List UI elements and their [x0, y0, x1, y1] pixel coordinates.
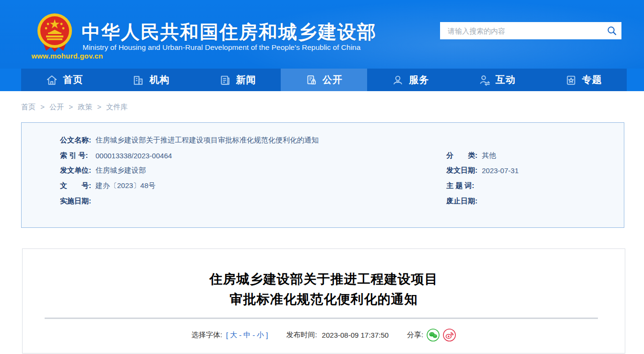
main-nav: 首页 机构 新闻	[21, 69, 627, 91]
nav-item-label: 互动	[496, 73, 516, 86]
breadcrumb-separator: >	[69, 103, 73, 111]
site-title-english: Ministry of Housing and Urban-Rural Deve…	[83, 43, 360, 52]
font-size-medium-link[interactable]: 中	[243, 330, 250, 340]
nav-item-topics[interactable]: 专题	[540, 69, 627, 91]
doc-info-right-column: 分 类: 其他 发文日期: 2023-07-31 主 题 词: 废止日期:	[446, 148, 519, 209]
breadcrumb-separator: >	[40, 103, 45, 111]
wechat-icon	[427, 329, 440, 342]
article-title-line1: 住房城乡建设部关于推进工程建设项目	[210, 272, 438, 286]
breadcrumb-separator: >	[97, 103, 101, 111]
nav-item-label: 首页	[63, 73, 83, 86]
breadcrumb-policy[interactable]: 政策	[78, 103, 92, 111]
doc-field-issuing-unit: 发文单位: 住房城乡建设部	[60, 163, 319, 178]
interaction-icon	[478, 74, 491, 86]
nav-item-label: 机构	[149, 73, 169, 86]
doc-field-issue-date: 发文日期: 2023-07-31	[446, 163, 519, 178]
search-icon	[607, 25, 617, 36]
bracket-open: [	[226, 331, 228, 339]
disclosure-icon	[305, 74, 318, 86]
nav-row: 首页 机构 新闻	[0, 69, 644, 91]
weibo-icon	[443, 329, 456, 342]
publish-time-group: 发布时间: 2023-08-09 17:37:50	[286, 330, 388, 340]
doc-field-label: 主 题 词:	[446, 181, 482, 190]
doc-field-label: 发文单位:	[60, 166, 95, 175]
share-group: 分享:	[407, 329, 456, 342]
news-icon	[219, 74, 231, 86]
nav-item-label: 服务	[409, 73, 429, 86]
article-divider	[45, 318, 598, 319]
national-emblem-logo	[34, 12, 76, 54]
search-button[interactable]	[602, 22, 621, 39]
share-label: 分享:	[407, 330, 423, 340]
nav-item-service[interactable]: 服务	[367, 69, 453, 91]
doc-field-label: 文 号:	[60, 181, 95, 190]
site-title-chinese: 中华人民共和国住房和城乡建设部	[82, 19, 377, 45]
search-input[interactable]	[447, 26, 602, 35]
doc-field-label: 实施日期:	[60, 197, 95, 206]
doc-field-label: 公文名称:	[60, 136, 95, 145]
doc-field-label: 索 引 号:	[60, 151, 95, 160]
nav-item-organization[interactable]: 机构	[107, 69, 194, 91]
topics-icon	[565, 74, 577, 86]
bracket-close: ]	[266, 331, 268, 339]
nav-item-label: 专题	[582, 73, 602, 86]
breadcrumb-library[interactable]: 文件库	[106, 103, 128, 111]
search-box	[440, 22, 621, 39]
organization-icon	[132, 74, 144, 86]
doc-field-value: 建办〔2023〕48号	[95, 181, 155, 190]
nav-item-interaction[interactable]: 互动	[453, 69, 540, 91]
nav-item-news[interactable]: 新闻	[194, 69, 281, 91]
doc-field-value: 2023-07-31	[482, 166, 519, 175]
doc-field-index-number: 索 引 号: 000013338/2023-00464	[60, 148, 319, 164]
publish-time-value: 2023-08-09 17:37:50	[322, 331, 389, 339]
doc-field-value: 000013338/2023-00464	[95, 152, 172, 160]
nav-item-label: 新闻	[236, 73, 256, 86]
font-selector-label: 选择字体:	[191, 330, 222, 340]
doc-field-implementation-date: 实施日期:	[60, 193, 319, 209]
font-size-large-link[interactable]: 大	[230, 330, 237, 340]
weibo-share-button[interactable]	[443, 329, 456, 342]
doc-info-left-column: 公文名称: 住房城乡建设部关于推进工程建设项目审批标准化规范化便利化的通知 索 …	[60, 133, 319, 209]
article-title: 住房城乡建设部关于推进工程建设项目 审批标准化规范化便利化的通知	[23, 269, 625, 309]
doc-field-name: 公文名称: 住房城乡建设部关于推进工程建设项目审批标准化规范化便利化的通知	[60, 133, 319, 148]
doc-field-label: 发文日期:	[446, 166, 482, 175]
article-title-line2: 审批标准化规范化便利化的通知	[230, 292, 418, 307]
nav-item-home[interactable]: 首页	[21, 69, 107, 91]
doc-field-document-number: 文 号: 建办〔2023〕48号	[60, 178, 319, 194]
size-separator: -	[239, 331, 241, 339]
nav-item-disclosure[interactable]: 公开	[281, 69, 367, 91]
document-info-panel: 公文名称: 住房城乡建设部关于推进工程建设项目审批标准化规范化便利化的通知 索 …	[21, 122, 624, 228]
doc-field-label: 分 类:	[446, 151, 482, 160]
breadcrumb-disclosure[interactable]: 公开	[49, 103, 64, 111]
size-separator: -	[252, 331, 255, 339]
doc-field-value: 住房城乡建设部关于推进工程建设项目审批标准化规范化便利化的通知	[95, 136, 319, 145]
doc-field-value: 住房城乡建设部	[95, 166, 146, 175]
publish-time-label: 发布时间:	[286, 330, 317, 340]
page: www.mohurd.gov.cn 中华人民共和国住房和城乡建设部 Minist…	[0, 0, 644, 354]
doc-field-category: 分 类: 其他	[446, 148, 519, 164]
font-size-small-link[interactable]: 小	[257, 330, 264, 340]
doc-field-label: 废止日期:	[446, 197, 482, 206]
breadcrumb: 首页 > 公开 > 政策 > 文件库	[21, 103, 131, 112]
doc-field-repeal-date: 废止日期:	[446, 193, 519, 209]
wechat-share-button[interactable]	[427, 329, 440, 342]
breadcrumb-home[interactable]: 首页	[21, 103, 36, 111]
article-meta-bar: 选择字体: [ 大 - 中 - 小 ] 发布时间: 2023-08-09 17:…	[23, 329, 625, 342]
site-url: www.mohurd.gov.cn	[24, 52, 110, 60]
nav-item-label: 公开	[322, 73, 343, 86]
article-panel: 住房城乡建设部关于推进工程建设项目 审批标准化规范化便利化的通知 选择字体: […	[22, 248, 625, 354]
home-icon	[46, 74, 58, 86]
doc-field-value: 其他	[482, 151, 496, 160]
font-size-selector: 选择字体: [ 大 - 中 - 小 ]	[191, 330, 268, 340]
site-header: www.mohurd.gov.cn 中华人民共和国住房和城乡建设部 Minist…	[0, 0, 644, 69]
doc-field-subject-words: 主 题 词:	[446, 178, 519, 194]
service-icon	[392, 74, 404, 86]
